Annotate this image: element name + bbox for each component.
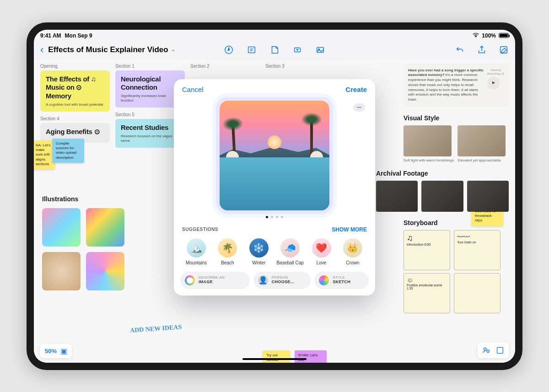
battery-icon xyxy=(499,33,509,38)
card-opening[interactable]: The Effects of ♫ Music on ⊙ Memory A cog… xyxy=(40,70,110,112)
svg-point-8 xyxy=(484,348,487,350)
status-time: 9:41 AM xyxy=(40,32,61,39)
section-label: Section 3 xyxy=(265,64,335,69)
more-options-button[interactable]: ••• xyxy=(353,103,365,112)
section-label: Section 2 xyxy=(190,64,260,69)
suggestions-label: SUGGESTIONS xyxy=(182,227,218,232)
person-chip[interactable]: 👤 PERSONCHOOSE... xyxy=(253,272,311,289)
back-button[interactable]: ‹ xyxy=(40,44,43,56)
fit-icon[interactable]: ▣ xyxy=(60,347,67,355)
suggestion-winter[interactable]: ❄️Winter xyxy=(245,238,273,265)
visual-thumb[interactable] xyxy=(458,125,506,156)
share-icon[interactable] xyxy=(477,45,487,55)
illustration-thumb[interactable] xyxy=(86,208,124,247)
suggestion-baseball-cap[interactable]: 🧢Baseball Cap xyxy=(276,238,304,265)
section-label: Section 1 xyxy=(115,64,185,69)
grid-icon[interactable] xyxy=(495,345,505,355)
storyboard-cell[interactable]: 〰〰Your brain on xyxy=(454,230,501,270)
chevron-down-icon: ⌄ xyxy=(171,47,175,53)
suggestion-crown[interactable]: 👑Crown xyxy=(339,238,367,265)
sticky-note[interactable]: RYAN: Let's use xyxy=(295,350,327,363)
generated-image[interactable] xyxy=(220,101,329,210)
collaboration-icon[interactable] xyxy=(481,345,491,355)
style-chip[interactable]: STYLESKETCH xyxy=(314,272,369,289)
storyboard-heading: Storyboard xyxy=(404,219,509,226)
play-icon[interactable]: ▶ xyxy=(487,77,500,90)
svg-rect-10 xyxy=(497,347,503,353)
sticky-tool-icon[interactable] xyxy=(269,45,280,55)
illustration-thumb[interactable] xyxy=(42,208,81,247)
sticky-note[interactable]: Compile sources for video upload descrip… xyxy=(52,139,84,163)
svg-point-9 xyxy=(487,350,490,353)
document-title[interactable]: Effects of Music Explainer Video ⌄ xyxy=(48,45,175,54)
wifi-icon xyxy=(473,32,479,39)
media-tool-icon[interactable] xyxy=(315,45,325,55)
illustrations-section: Illustrations xyxy=(40,188,126,294)
pen-tool-icon[interactable] xyxy=(224,45,234,55)
shape-tool-icon[interactable] xyxy=(292,45,302,55)
status-date: Mon Sep 9 xyxy=(65,32,92,39)
illustration-thumb[interactable] xyxy=(86,252,124,290)
cancel-button[interactable]: Cancel xyxy=(182,86,204,93)
image-playground-modal: Cancel Create ••• SUGGESTIONS SHOW MORE … xyxy=(174,79,375,295)
section-label: Section 4 xyxy=(40,116,110,121)
battery-percent: 100% xyxy=(482,32,496,39)
zoom-control[interactable]: 50% ▣ xyxy=(40,344,72,358)
page-dots[interactable] xyxy=(182,216,367,218)
app-toolbar: ‹ Effects of Music Explainer Video ⌄ xyxy=(34,40,515,60)
describe-image-chip[interactable]: DESCRIBE ANIMAGE xyxy=(180,272,250,289)
status-bar: 9:41 AM Mon Sep 9 100% xyxy=(34,30,515,40)
section-label: Opening xyxy=(40,64,110,69)
sticky-note[interactable]: Try out various xyxy=(263,350,290,363)
create-button[interactable]: Create xyxy=(345,86,367,93)
suggestion-love[interactable]: ❤️Love xyxy=(307,238,336,265)
storyboard-cell[interactable] xyxy=(454,273,501,313)
archival-thumb[interactable] xyxy=(421,181,463,212)
text-tool-icon[interactable] xyxy=(247,45,257,55)
storyboard-cell[interactable]: ♫Introduction 0:00 xyxy=(404,230,450,270)
visual-thumb[interactable] xyxy=(404,125,452,156)
illustration-thumb[interactable] xyxy=(42,252,81,290)
audio-note[interactable]: Have you ever had a song trigger a speci… xyxy=(404,64,509,107)
archival-thumb[interactable] xyxy=(376,181,418,212)
undo-icon[interactable] xyxy=(455,45,465,55)
suggestion-mountains[interactable]: 🏔️Mountains xyxy=(182,238,210,265)
archival-heading: Archival Footage xyxy=(376,170,509,177)
show-more-button[interactable]: SHOW MORE xyxy=(332,226,367,233)
storyboard-cell[interactable]: ☺Positive emotional scene 1:35 xyxy=(404,273,450,313)
suggestion-beach[interactable]: 🌴Beach xyxy=(213,238,242,265)
visual-style-heading: Visual Style xyxy=(404,114,509,122)
handwriting[interactable]: ADD NEW IDEAS xyxy=(130,323,182,334)
archival-thumb[interactable] xyxy=(467,181,509,212)
describe-icon xyxy=(185,275,195,285)
home-indicator[interactable] xyxy=(242,358,307,360)
person-icon: 👤 xyxy=(258,275,268,285)
svg-rect-1 xyxy=(248,47,255,53)
compose-icon[interactable] xyxy=(499,45,509,55)
style-icon xyxy=(319,275,329,285)
